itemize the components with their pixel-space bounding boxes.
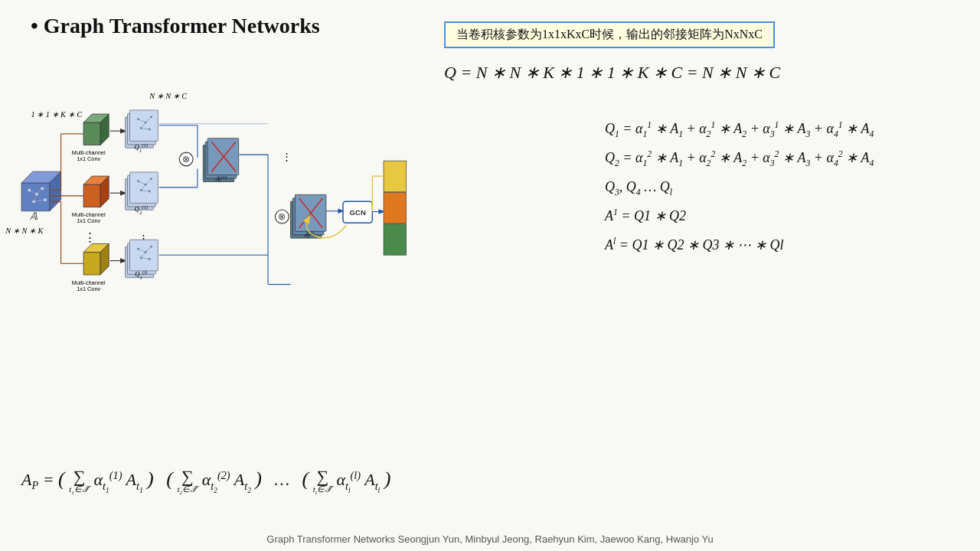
svg-text:1x1 Conv: 1x1 Conv [77, 217, 100, 224]
q2-stack: Q2(1) [126, 172, 158, 214]
svg-rect-43 [129, 110, 158, 142]
equations-block: Q1 = α11 ∗ A1 + α21 ∗ A2 + α31 ∗ A3 + α4… [605, 115, 874, 260]
svg-marker-22 [83, 122, 100, 145]
eq-a1: A1 = Q1 ∗ Q2 [605, 202, 874, 231]
svg-text:1 ∗ 1 ∗ K ∗ C: 1 ∗ 1 ∗ K ∗ C [31, 110, 83, 119]
a1-stack: 𝔸(1) [203, 139, 238, 183]
svg-point-71 [137, 248, 139, 250]
svg-text:N ∗ N ∗ C: N ∗ N ∗ C [149, 92, 187, 100]
svg-point-57 [137, 180, 139, 182]
svg-text:⋮: ⋮ [84, 231, 96, 243]
channel-cube-1 [83, 114, 109, 145]
svg-rect-114 [384, 224, 406, 256]
svg-marker-25 [83, 184, 100, 207]
svg-text:GCN: GCN [350, 208, 366, 217]
footer: Graph Transformer Networks Seongjun Yun,… [0, 533, 980, 545]
channel-cube-3 [83, 244, 109, 276]
channel-cube-2 [83, 176, 109, 207]
eq-q1: Q1 = α11 ∗ A1 + α21 ∗ A2 + α31 ∗ A3 + α4… [605, 115, 874, 144]
ql-stack: Q1(l) [126, 240, 158, 279]
svg-text:⊗: ⊗ [278, 212, 286, 222]
main-formula: Q = N ∗ N ∗ K ∗ 1 ∗ 1 ∗ K ∗ C = N ∗ N ∗ … [444, 63, 780, 83]
eq-q3ql: Q3, Q4 … Ql [605, 173, 874, 202]
input-cube-a: 𝔸 N ∗ N ∗ K [5, 171, 60, 235]
svg-rect-112 [384, 161, 406, 192]
svg-rect-113 [384, 192, 406, 223]
q1-stack: Q1(1) [126, 110, 158, 152]
svg-text:1x1 Conv: 1x1 Conv [77, 155, 100, 162]
svg-rect-70 [129, 240, 158, 271]
eq-q2: Q2 = α12 ∗ A1 + α22 ∗ A2 + α32 ∗ A3 + α4… [605, 144, 874, 173]
al-stack: 𝔸(l) [290, 194, 325, 239]
svg-point-44 [137, 118, 139, 120]
svg-rect-56 [129, 172, 158, 204]
svg-text:⋮: ⋮ [282, 151, 292, 162]
svg-text:N ∗ N ∗ K: N ∗ N ∗ K [5, 227, 44, 235]
svg-point-3 [28, 189, 31, 192]
svg-text:𝔸: 𝔸 [30, 210, 38, 222]
svg-text:⊗: ⊗ [182, 155, 190, 165]
eq-al: Al = Q1 ∗ Q2 ∗ Q3 ∗ ⋯ ∗ Ql [605, 231, 874, 260]
svg-text:1x1 Conv: 1x1 Conv [77, 285, 100, 292]
slide: Graph Transformer Networks 当卷积核参数为1x1xKx… [0, 0, 980, 551]
bottom-formula: AP = ( ∑ t1∈𝒯e αt1(1) At1 ) ( ∑ t2∈𝒯e αt… [21, 467, 390, 496]
cn-annotation-box: 当卷积核参数为1x1xKxC时候，输出的邻接矩阵为NxNxC [444, 21, 775, 48]
svg-marker-28 [83, 253, 100, 275]
diagram-svg: 𝔸 N ∗ N ∗ K 1 ∗ 1 ∗ K ∗ C [0, 0, 429, 383]
